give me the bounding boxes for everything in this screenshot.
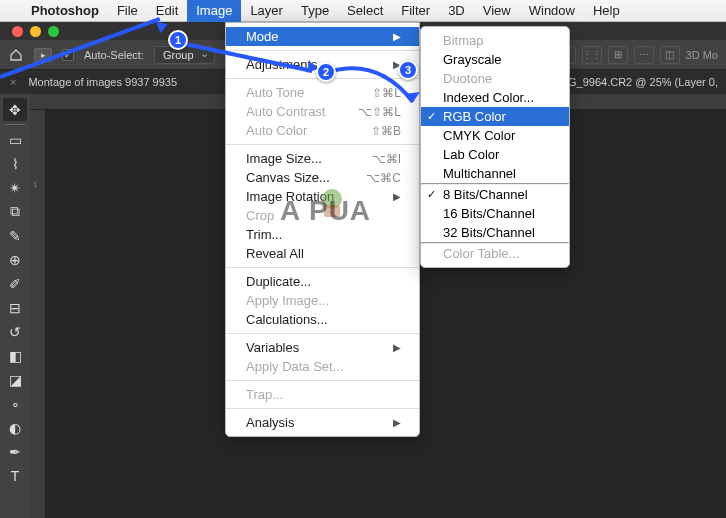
- history-brush-tool-icon[interactable]: ↺: [3, 320, 27, 343]
- submenu-item-32bits[interactable]: 32 Bits/Channel: [421, 223, 569, 242]
- menu-item-calculations[interactable]: Calculations...: [226, 310, 419, 329]
- check-icon: ✓: [427, 110, 436, 123]
- menu-type[interactable]: Type: [292, 0, 338, 22]
- watermark-text: A PUA: [280, 195, 371, 227]
- menu-item-auto-color[interactable]: Auto Color⇧⌘B: [226, 121, 419, 140]
- submenu-item-color-table[interactable]: Color Table...: [421, 244, 569, 263]
- marquee-tool-icon[interactable]: ▭: [3, 128, 27, 151]
- menu-app[interactable]: Photoshop: [22, 0, 108, 22]
- submenu-item-8bits[interactable]: ✓8 Bits/Channel: [421, 185, 569, 204]
- brush-tool-icon[interactable]: ✐: [3, 272, 27, 295]
- traffic-light-minimize-icon[interactable]: [30, 26, 41, 37]
- submenu-arrow-icon: ▶: [363, 31, 401, 42]
- submenu-item-multichannel[interactable]: Multichannel: [421, 164, 569, 183]
- mac-menubar: Photoshop File Edit Image Layer Type Sel…: [0, 0, 726, 22]
- menu-filter[interactable]: Filter: [392, 0, 439, 22]
- move-tool-icon[interactable]: ✥: [3, 98, 27, 121]
- vertical-ruler: 1: [30, 110, 46, 518]
- menu-layer[interactable]: Layer: [241, 0, 292, 22]
- mode-3d-label: 3D Mo: [686, 49, 718, 61]
- eraser-tool-icon[interactable]: ◧: [3, 344, 27, 367]
- menu-image[interactable]: Image: [187, 0, 241, 22]
- check-icon: ✓: [427, 188, 436, 201]
- menu-item-reveal-all[interactable]: Reveal All: [226, 244, 419, 263]
- ruler-mark: 1: [33, 180, 37, 189]
- pen-tool-icon[interactable]: ✒: [3, 440, 27, 463]
- traffic-light-close-icon[interactable]: [12, 26, 23, 37]
- menu-item-image-size[interactable]: Image Size...⌥⌘I: [226, 149, 419, 168]
- crop-tool-icon[interactable]: ⧉: [3, 200, 27, 223]
- menu-item-variables[interactable]: Variables▶: [226, 338, 419, 357]
- gradient-tool-icon[interactable]: ◪: [3, 368, 27, 391]
- eyedropper-tool-icon[interactable]: ✎: [3, 224, 27, 247]
- healing-tool-icon[interactable]: ⊕: [3, 248, 27, 271]
- submenu-arrow-icon: ▶: [363, 417, 401, 428]
- annotation-badge-3: 3: [398, 60, 418, 80]
- tool-separator: [5, 124, 25, 125]
- 3d-mode-icon[interactable]: ◫: [660, 46, 680, 64]
- menu-item-trim[interactable]: Trim...: [226, 225, 419, 244]
- menu-view[interactable]: View: [474, 0, 520, 22]
- type-tool-icon[interactable]: T: [3, 464, 27, 487]
- stamp-tool-icon[interactable]: ⊟: [3, 296, 27, 319]
- submenu-item-grayscale[interactable]: Grayscale: [421, 50, 569, 69]
- menu-item-apply-image[interactable]: Apply Image...: [226, 291, 419, 310]
- submenu-item-rgb[interactable]: ✓RGB Color: [421, 107, 569, 126]
- align-to-icon[interactable]: ⊞: [608, 46, 628, 64]
- submenu-item-bitmap[interactable]: Bitmap: [421, 31, 569, 50]
- traffic-light-zoom-icon[interactable]: [48, 26, 59, 37]
- auto-select-label: Auto-Select:: [84, 49, 144, 61]
- submenu-item-duotone[interactable]: Duotone: [421, 69, 569, 88]
- submenu-arrow-icon: ▶: [363, 342, 401, 353]
- annotation-badge-2: 2: [316, 62, 336, 82]
- tools-panel: ✥ ▭ ⌇ ✴ ⧉ ✎ ⊕ ✐ ⊟ ↺ ◧ ◪ ∘ ◐ ✒ T: [0, 94, 30, 518]
- dodge-tool-icon[interactable]: ◐: [3, 416, 27, 439]
- distribute-icon[interactable]: ⋮⋮: [582, 46, 602, 64]
- mode-submenu: Bitmap Grayscale Duotone Indexed Color..…: [420, 26, 570, 268]
- menu-item-duplicate[interactable]: Duplicate...: [226, 272, 419, 291]
- menu-3d[interactable]: 3D: [439, 0, 474, 22]
- annotation-badge-1: 1: [168, 30, 188, 50]
- document-tab-2[interactable]: MG_9964.CR2 @ 25% (Layer 0,: [553, 76, 726, 88]
- menu-item-analysis[interactable]: Analysis▶: [226, 413, 419, 432]
- home-icon[interactable]: [8, 47, 24, 63]
- submenu-item-lab[interactable]: Lab Color: [421, 145, 569, 164]
- more-icon[interactable]: ⋯: [634, 46, 654, 64]
- submenu-item-indexed[interactable]: Indexed Color...: [421, 88, 569, 107]
- magic-wand-tool-icon[interactable]: ✴: [3, 176, 27, 199]
- menu-file[interactable]: File: [108, 0, 147, 22]
- lasso-tool-icon[interactable]: ⌇: [3, 152, 27, 175]
- submenu-item-16bits[interactable]: 16 Bits/Channel: [421, 204, 569, 223]
- menu-item-mode[interactable]: Mode▶: [226, 27, 419, 46]
- document-tab-1[interactable]: Montage of images 9937 9935: [22, 76, 183, 88]
- menu-select[interactable]: Select: [338, 0, 392, 22]
- blur-tool-icon[interactable]: ∘: [3, 392, 27, 415]
- menu-help[interactable]: Help: [584, 0, 629, 22]
- menu-item-apply-data-set[interactable]: Apply Data Set...: [226, 357, 419, 376]
- menu-item-trap[interactable]: Trap...: [226, 385, 419, 404]
- menu-window[interactable]: Window: [520, 0, 584, 22]
- submenu-item-cmyk[interactable]: CMYK Color: [421, 126, 569, 145]
